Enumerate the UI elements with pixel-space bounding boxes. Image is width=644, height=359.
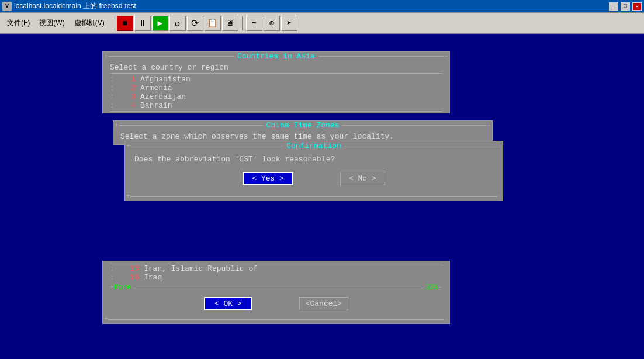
window-title: localhost.localdomain 上的 freebsd-test — [14, 1, 607, 11]
menu-file[interactable]: 文件(F) — [2, 17, 34, 29]
item-num-1: 1 — [118, 75, 136, 84]
toolbar-separator-2 — [242, 16, 243, 30]
dialog-confirmation: + Confirmation - Does the abbreviation '… — [124, 141, 503, 201]
china-dialog-text: Select a zone which observes the same ti… — [120, 132, 485, 141]
toolbar: 文件(F) 视图(W) 虚拟机(V) ■ ⏸ ▶ ↺ ⟳ 📋 🖥 ➡ ⊕ ➤ — [0, 13, 644, 34]
item-label-3: Azerbaijan — [140, 92, 186, 101]
reload-button[interactable]: ⟳ — [187, 16, 203, 31]
countries-dialog-title: Countries in Asia — [234, 52, 318, 61]
monitor-button[interactable]: 🖥 — [222, 16, 238, 31]
item-label-2: Armenia — [140, 84, 172, 92]
dialog-countries: + Countries in Asia - Select a country o… — [102, 51, 450, 113]
window-icon: V — [2, 2, 12, 11]
pause-button[interactable]: ⏸ — [134, 16, 151, 31]
confirm-dialog-title: Confirmation — [283, 141, 345, 150]
play-button[interactable]: ▶ — [152, 16, 168, 31]
toolbar-separator — [113, 16, 113, 30]
refresh-button[interactable]: ↺ — [169, 16, 186, 31]
menu-vm[interactable]: 虚拟机(V) — [70, 17, 109, 29]
bottom-list-area: :15Iran, Islamic Republic of :16Iraq + M… — [102, 261, 450, 324]
china-dialog-title: China Time Zones — [263, 121, 343, 130]
send-button[interactable]: ➤ — [281, 16, 297, 31]
menu-view[interactable]: 视图(W) — [34, 17, 69, 29]
clipboard-button[interactable]: 📋 — [205, 16, 221, 31]
item-num-3: 3 — [118, 92, 136, 101]
titlebar: V localhost.localdomain 上的 freebsd-test … — [0, 0, 644, 13]
minimize-button[interactable]: _ — [609, 2, 618, 11]
confirm-question: Does the abbreviation 'CST' look reasona… — [134, 155, 493, 164]
stop-button[interactable]: ■ — [117, 16, 133, 31]
item-label-4: Bahrain — [140, 101, 172, 110]
item-label-1: Afghanistan — [140, 75, 191, 84]
item-label-15: Iran, Islamic Republic of — [144, 264, 258, 273]
no-button[interactable]: < No > — [340, 172, 385, 185]
countries-subtitle: Select a country or region — [110, 63, 442, 72]
settings-button[interactable]: ⊕ — [264, 16, 280, 31]
item-label-16: Iraq — [144, 273, 162, 282]
item-num-4: 4 — [118, 101, 136, 110]
item-num-16: 16 — [118, 273, 139, 282]
item-num-15: 15 — [118, 264, 139, 273]
item-num-2: 2 — [118, 84, 136, 92]
progress-pct: 32% — [425, 284, 438, 292]
cancel-button[interactable]: <Cancel> — [299, 297, 348, 310]
yes-button[interactable]: < Yes > — [243, 172, 293, 185]
main-area: + Countries in Asia - Select a country o… — [0, 34, 644, 359]
ok-button[interactable]: < OK > — [204, 297, 252, 310]
arrow-button[interactable]: ➡ — [246, 16, 262, 31]
close-button[interactable]: ✕ — [632, 2, 642, 11]
maximize-button[interactable]: □ — [621, 2, 630, 11]
menubar: 文件(F) 视图(W) 虚拟机(V) — [2, 17, 109, 29]
progress-label: More — [114, 284, 131, 292]
